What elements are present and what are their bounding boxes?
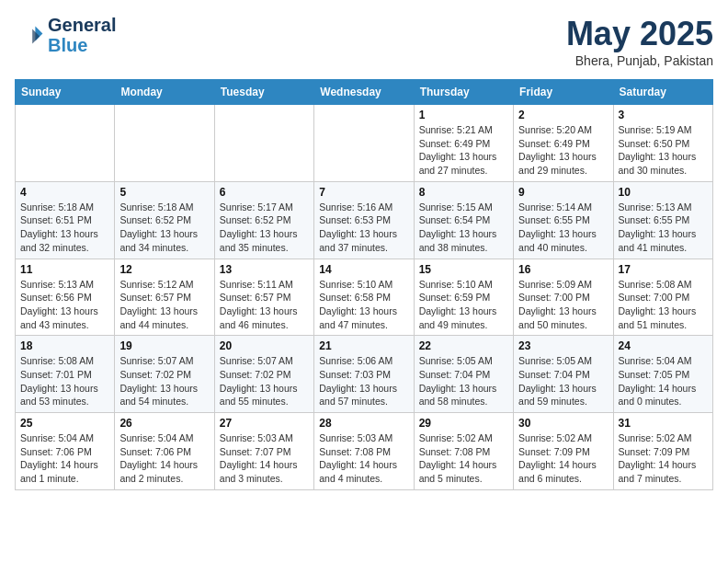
day-number: 21 (319, 339, 408, 352)
day-number: 9 (518, 186, 608, 199)
day-info: Sunrise: 5:19 AM Sunset: 6:50 PM Dayligh… (619, 123, 708, 178)
calendar-cell: 7Sunrise: 5:16 AM Sunset: 6:53 PM Daylig… (314, 181, 414, 259)
calendar-cell: 15Sunrise: 5:10 AM Sunset: 6:59 PM Dayli… (414, 259, 513, 336)
day-number: 3 (619, 109, 708, 121)
calendar-cell: 13Sunrise: 5:11 AM Sunset: 6:57 PM Dayli… (214, 259, 313, 336)
day-number: 12 (119, 263, 209, 276)
calendar-cell: 19Sunrise: 5:07 AM Sunset: 7:02 PM Dayli… (115, 336, 214, 413)
calendar-cell: 17Sunrise: 5:08 AM Sunset: 7:00 PM Dayli… (613, 259, 712, 336)
day-info: Sunrise: 5:03 AM Sunset: 7:08 PM Dayligh… (319, 431, 408, 486)
calendar-cell (214, 105, 313, 182)
day-number: 19 (119, 339, 209, 352)
day-number: 13 (220, 263, 309, 276)
day-number: 4 (20, 186, 109, 199)
calendar-cell: 3Sunrise: 5:19 AM Sunset: 6:50 PM Daylig… (613, 105, 712, 182)
logo: General Blue (15, 15, 116, 55)
calendar-cell: 18Sunrise: 5:08 AM Sunset: 7:01 PM Dayli… (16, 336, 115, 413)
calendar-cell: 22Sunrise: 5:05 AM Sunset: 7:04 PM Dayli… (414, 336, 513, 413)
calendar-cell: 4Sunrise: 5:18 AM Sunset: 6:51 PM Daylig… (16, 181, 115, 259)
day-info: Sunrise: 5:04 AM Sunset: 7:06 PM Dayligh… (20, 431, 109, 486)
day-info: Sunrise: 5:20 AM Sunset: 6:49 PM Dayligh… (518, 123, 608, 178)
day-info: Sunrise: 5:10 AM Sunset: 6:58 PM Dayligh… (319, 278, 408, 332)
day-info: Sunrise: 5:04 AM Sunset: 7:05 PM Dayligh… (619, 354, 708, 408)
calendar-week-row: 25Sunrise: 5:04 AM Sunset: 7:06 PM Dayli… (16, 413, 713, 490)
calendar-cell: 11Sunrise: 5:13 AM Sunset: 6:56 PM Dayli… (16, 259, 115, 336)
calendar-cell: 29Sunrise: 5:02 AM Sunset: 7:08 PM Dayli… (414, 413, 513, 490)
calendar-header-wednesday: Wednesday (314, 80, 414, 105)
day-info: Sunrise: 5:05 AM Sunset: 7:04 PM Dayligh… (518, 354, 608, 408)
calendar-header-sunday: Sunday (16, 80, 115, 105)
calendar-cell: 2Sunrise: 5:20 AM Sunset: 6:49 PM Daylig… (514, 105, 613, 182)
calendar-cell: 8Sunrise: 5:15 AM Sunset: 6:54 PM Daylig… (414, 181, 513, 259)
day-info: Sunrise: 5:15 AM Sunset: 6:54 PM Dayligh… (419, 201, 508, 255)
day-number: 1 (419, 109, 508, 121)
day-number: 8 (419, 186, 508, 199)
calendar-table: SundayMondayTuesdayWednesdayThursdayFrid… (15, 79, 713, 490)
calendar-cell: 21Sunrise: 5:06 AM Sunset: 7:03 PM Dayli… (314, 336, 414, 413)
calendar-week-row: 11Sunrise: 5:13 AM Sunset: 6:56 PM Dayli… (16, 259, 713, 336)
day-info: Sunrise: 5:13 AM Sunset: 6:56 PM Dayligh… (20, 278, 109, 332)
calendar-cell: 5Sunrise: 5:18 AM Sunset: 6:52 PM Daylig… (115, 181, 214, 259)
logo-text: General Blue (48, 15, 116, 55)
location-subtitle: Bhera, Punjab, Pakistan (566, 53, 713, 68)
day-info: Sunrise: 5:07 AM Sunset: 7:02 PM Dayligh… (220, 354, 309, 408)
day-info: Sunrise: 5:08 AM Sunset: 7:00 PM Dayligh… (619, 278, 708, 332)
day-number: 7 (319, 186, 408, 199)
calendar-header-saturday: Saturday (613, 80, 712, 105)
calendar-cell (314, 105, 414, 182)
month-title: May 2025 (566, 15, 713, 53)
calendar-header-monday: Monday (115, 80, 214, 105)
day-number: 22 (419, 339, 508, 352)
day-info: Sunrise: 5:16 AM Sunset: 6:53 PM Dayligh… (319, 201, 408, 255)
calendar-cell: 23Sunrise: 5:05 AM Sunset: 7:04 PM Dayli… (514, 336, 613, 413)
title-block: May 2025 Bhera, Punjab, Pakistan (566, 15, 713, 68)
calendar-header-friday: Friday (514, 80, 613, 105)
calendar-cell: 20Sunrise: 5:07 AM Sunset: 7:02 PM Dayli… (214, 336, 313, 413)
calendar-cell: 27Sunrise: 5:03 AM Sunset: 7:07 PM Dayli… (214, 413, 313, 490)
calendar-header-row: SundayMondayTuesdayWednesdayThursdayFrid… (16, 80, 713, 105)
day-number: 10 (619, 186, 708, 199)
calendar-cell: 10Sunrise: 5:13 AM Sunset: 6:55 PM Dayli… (613, 181, 712, 259)
calendar-cell: 1Sunrise: 5:21 AM Sunset: 6:49 PM Daylig… (414, 105, 513, 182)
day-number: 27 (220, 417, 309, 430)
day-number: 23 (518, 339, 608, 352)
day-number: 30 (518, 417, 608, 430)
day-info: Sunrise: 5:11 AM Sunset: 6:57 PM Dayligh… (220, 278, 309, 332)
day-info: Sunrise: 5:07 AM Sunset: 7:02 PM Dayligh… (119, 354, 209, 408)
calendar-cell (115, 105, 214, 182)
day-info: Sunrise: 5:13 AM Sunset: 6:55 PM Dayligh… (619, 201, 708, 255)
day-info: Sunrise: 5:02 AM Sunset: 7:09 PM Dayligh… (518, 431, 608, 486)
day-info: Sunrise: 5:02 AM Sunset: 7:09 PM Dayligh… (619, 431, 708, 486)
calendar-cell (16, 105, 115, 182)
day-info: Sunrise: 5:17 AM Sunset: 6:52 PM Dayligh… (220, 201, 309, 255)
calendar-cell: 31Sunrise: 5:02 AM Sunset: 7:09 PM Dayli… (613, 413, 712, 490)
day-info: Sunrise: 5:05 AM Sunset: 7:04 PM Dayligh… (419, 354, 508, 408)
day-number: 17 (619, 263, 708, 276)
day-info: Sunrise: 5:09 AM Sunset: 7:00 PM Dayligh… (518, 278, 608, 332)
day-number: 15 (419, 263, 508, 276)
calendar-header-tuesday: Tuesday (214, 80, 313, 105)
page-header: General Blue May 2025 Bhera, Punjab, Pak… (15, 15, 713, 68)
day-info: Sunrise: 5:18 AM Sunset: 6:51 PM Dayligh… (20, 201, 109, 255)
calendar-cell: 12Sunrise: 5:12 AM Sunset: 6:57 PM Dayli… (115, 259, 214, 336)
calendar-cell: 14Sunrise: 5:10 AM Sunset: 6:58 PM Dayli… (314, 259, 414, 336)
day-number: 25 (20, 417, 109, 430)
calendar-cell: 9Sunrise: 5:14 AM Sunset: 6:55 PM Daylig… (514, 181, 613, 259)
calendar-cell: 25Sunrise: 5:04 AM Sunset: 7:06 PM Dayli… (16, 413, 115, 490)
day-info: Sunrise: 5:08 AM Sunset: 7:01 PM Dayligh… (20, 354, 109, 408)
day-number: 31 (619, 417, 708, 430)
calendar-cell: 24Sunrise: 5:04 AM Sunset: 7:05 PM Dayli… (613, 336, 712, 413)
calendar-week-row: 1Sunrise: 5:21 AM Sunset: 6:49 PM Daylig… (16, 105, 713, 182)
day-number: 5 (119, 186, 209, 199)
calendar-cell: 6Sunrise: 5:17 AM Sunset: 6:52 PM Daylig… (214, 181, 313, 259)
day-number: 2 (518, 109, 608, 121)
day-number: 20 (220, 339, 309, 352)
calendar-cell: 28Sunrise: 5:03 AM Sunset: 7:08 PM Dayli… (314, 413, 414, 490)
calendar-cell: 30Sunrise: 5:02 AM Sunset: 7:09 PM Dayli… (514, 413, 613, 490)
day-number: 6 (220, 186, 309, 199)
day-number: 28 (319, 417, 408, 430)
day-info: Sunrise: 5:18 AM Sunset: 6:52 PM Dayligh… (119, 201, 209, 255)
day-number: 24 (619, 339, 708, 352)
day-info: Sunrise: 5:10 AM Sunset: 6:59 PM Dayligh… (419, 278, 508, 332)
day-number: 26 (119, 417, 209, 430)
